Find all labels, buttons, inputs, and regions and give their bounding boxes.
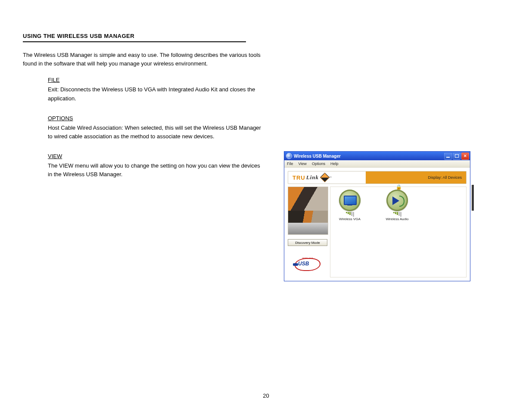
menu-view[interactable]: View <box>299 162 307 166</box>
options-desc: Host Cable Wired Association: When selec… <box>48 125 261 140</box>
device-wireless-audio[interactable]: 🔒 Wireless Audio <box>382 190 412 274</box>
brand-link: Link <box>306 174 319 181</box>
device-label: Wireless VGA <box>335 217 365 221</box>
brand-logo-text: TRULink ™ <box>288 171 366 184</box>
window-title: Wireless USB Manager <box>294 154 444 159</box>
intro-paragraph: The Wireless USB Manager is simple and e… <box>23 51 262 68</box>
menu-help[interactable]: Help <box>330 162 339 166</box>
app-icon <box>286 153 292 159</box>
speaker-icon <box>386 190 408 211</box>
minimize-button[interactable] <box>444 153 452 160</box>
signal-bars-icon <box>382 212 412 217</box>
menu-options[interactable]: Options <box>312 162 325 166</box>
monitor-icon <box>339 190 361 211</box>
file-desc: Exit: Disconnects the Wireless USB to VG… <box>48 86 255 101</box>
brand-tru: TRU <box>292 174 305 181</box>
subhead-file: FILE <box>48 76 59 84</box>
scrollbar-stub[interactable] <box>472 185 474 211</box>
view-desc: The VIEW menu will allow you to change t… <box>48 162 260 177</box>
close-button[interactable]: ✕ <box>461 153 469 160</box>
maximize-button[interactable] <box>453 153 460 160</box>
sidebar: Discovery Mode WIRELESS USB <box>288 187 327 277</box>
body-text-column: The Wireless USB Manager is simple and e… <box>23 51 262 190</box>
sidebar-photo-strip <box>288 187 328 235</box>
subhead-options: OPTIONS <box>48 114 73 123</box>
device-label: Wireless Audio <box>382 217 412 221</box>
brand-mark-icon <box>320 173 330 183</box>
menu-bar: File View Options Help <box>284 160 470 168</box>
device-wireless-vga[interactable]: 🔒 Wireless VGA <box>335 190 365 274</box>
client-area: TRULink ™ Display: All Devices Discovery… <box>284 167 470 281</box>
page-number: 20 <box>263 392 269 399</box>
signal-bars-icon <box>335 212 365 217</box>
section-rule <box>23 41 246 42</box>
header-banner: TRULink ™ Display: All Devices <box>288 171 467 184</box>
section-heading: USING THE WIRELESS USB MANAGER <box>23 33 134 39</box>
subhead-view: VIEW <box>48 152 62 161</box>
menu-file[interactable]: File <box>287 162 293 166</box>
display-filter-label[interactable]: Display: All Devices <box>366 171 466 184</box>
titlebar[interactable]: Wireless USB Manager ✕ <box>284 152 470 160</box>
app-window: Wireless USB Manager ✕ File View Options… <box>284 152 470 281</box>
discovery-mode-button[interactable]: Discovery Mode <box>288 239 327 246</box>
device-list-pane: 🔒 Wireless VGA 🔒 Wireless Audio <box>330 187 467 277</box>
certified-wireless-usb-logo: WIRELESS USB <box>295 258 320 271</box>
